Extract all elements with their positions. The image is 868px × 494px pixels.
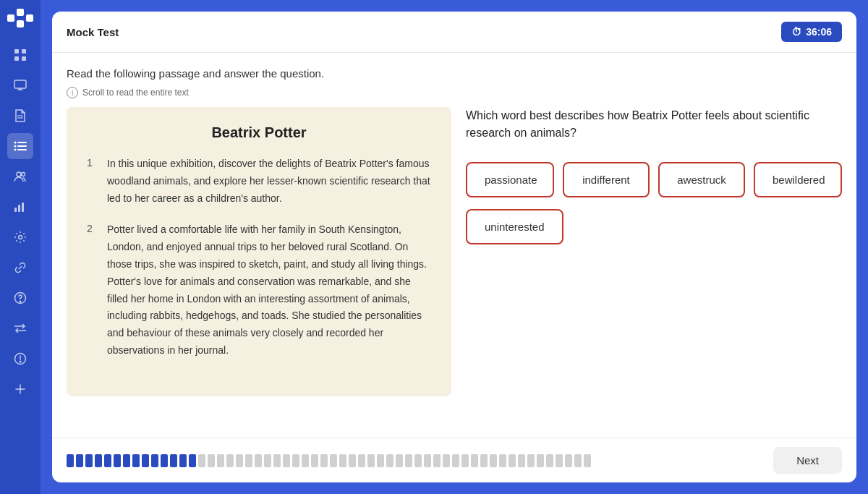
progress-segment — [311, 454, 318, 467]
document-icon[interactable] — [7, 103, 33, 129]
progress-bar — [67, 454, 591, 467]
info-icon: i — [67, 87, 78, 98]
progress-segment — [170, 454, 177, 467]
svg-rect-6 — [14, 56, 19, 61]
progress-segment — [490, 454, 497, 467]
passage-text-1: In this unique exhibition, discover the … — [107, 156, 431, 207]
svg-point-16 — [14, 142, 17, 144]
progress-segment — [537, 454, 544, 467]
list-icon[interactable] — [7, 133, 33, 159]
main-card: Mock Test ⏱ 36:06 Read the following pas… — [52, 12, 856, 482]
passage-column: Beatrix Potter 1 In this unique exhibiti… — [67, 107, 451, 423]
svg-point-18 — [14, 149, 17, 151]
progress-segment — [264, 454, 271, 467]
progress-segment — [292, 454, 299, 467]
answer-bewildered[interactable]: bewildered — [754, 162, 842, 197]
passage-paragraph-1: 1 In this unique exhibition, discover th… — [87, 156, 431, 207]
progress-segment — [273, 454, 281, 467]
chart-icon[interactable] — [7, 194, 33, 220]
progress-segment — [443, 454, 450, 467]
svg-point-25 — [19, 236, 22, 239]
progress-segment — [67, 454, 74, 467]
progress-segment — [245, 454, 252, 467]
progress-segment — [95, 454, 102, 467]
progress-segment — [320, 454, 328, 467]
progress-segment — [217, 454, 224, 467]
progress-segment — [283, 454, 290, 467]
transfer-icon[interactable] — [7, 315, 33, 341]
progress-segment — [480, 454, 488, 467]
passage-num-1: 1 — [87, 156, 98, 169]
progress-segment — [226, 454, 234, 467]
sidebar — [0, 0, 41, 494]
progress-segment — [377, 454, 384, 467]
svg-rect-5 — [22, 49, 26, 54]
svg-rect-8 — [14, 80, 26, 88]
progress-segment — [104, 454, 111, 467]
card-header: Mock Test ⏱ 36:06 — [52, 12, 856, 53]
progress-segment — [499, 454, 506, 467]
progress-segment — [405, 454, 412, 467]
progress-segment — [424, 454, 431, 467]
progress-segment — [123, 454, 130, 467]
progress-segment — [161, 454, 168, 467]
two-column-layout: Beatrix Potter 1 In this unique exhibiti… — [67, 107, 842, 423]
svg-rect-2 — [17, 20, 24, 27]
scroll-hint: i Scroll to read the entire text — [67, 87, 842, 98]
progress-segment — [114, 454, 121, 467]
svg-rect-21 — [14, 208, 17, 212]
grid-icon[interactable] — [7, 42, 33, 68]
svg-point-17 — [14, 145, 17, 148]
answer-options: passionate indifferent awestruck bewilde… — [466, 162, 842, 244]
progress-segment — [509, 454, 516, 467]
answer-indifferent[interactable]: indifferent — [563, 162, 650, 197]
progress-segment — [565, 454, 572, 467]
progress-segment — [142, 454, 149, 467]
progress-segment — [433, 454, 441, 467]
progress-segment — [584, 454, 591, 467]
progress-segment — [255, 454, 262, 467]
answer-passionate[interactable]: passionate — [466, 162, 554, 197]
svg-point-20 — [22, 173, 25, 176]
progress-segment — [396, 454, 403, 467]
progress-segment — [367, 454, 375, 467]
settings-icon[interactable] — [7, 224, 33, 250]
answer-uninterested[interactable]: uninterested — [466, 209, 563, 244]
timer-badge: ⏱ 36:06 — [781, 22, 842, 42]
progress-segment — [518, 454, 525, 467]
passage-num-2: 2 — [87, 221, 98, 234]
progress-segment — [85, 454, 93, 467]
scroll-hint-text: Scroll to read the entire text — [82, 88, 189, 98]
progress-segment — [76, 454, 83, 467]
timer-value: 36:06 — [806, 26, 832, 38]
progress-segment — [132, 454, 140, 467]
users-icon[interactable] — [7, 163, 33, 189]
svg-rect-1 — [17, 9, 24, 16]
progress-segment — [452, 454, 459, 467]
progress-segment — [574, 454, 582, 467]
svg-point-19 — [17, 172, 21, 176]
progress-segment — [471, 454, 478, 467]
progress-segment — [179, 454, 187, 467]
link-icon[interactable] — [7, 255, 33, 281]
progress-segment — [556, 454, 563, 467]
passage-title: Beatrix Potter — [87, 124, 431, 141]
question-text: Which word best describes how Beatrix Po… — [466, 107, 842, 142]
svg-point-27 — [20, 301, 21, 302]
card-footer: Next — [52, 438, 856, 482]
alert-icon[interactable] — [7, 346, 33, 372]
passage-paragraph-2: 2 Potter lived a comfortable life with h… — [87, 221, 431, 359]
svg-rect-4 — [14, 49, 19, 54]
progress-segment — [302, 454, 309, 467]
question-column: Which word best describes how Beatrix Po… — [466, 107, 842, 423]
main-content: Mock Test ⏱ 36:06 Read the following pas… — [41, 0, 868, 494]
plus-icon[interactable] — [7, 376, 33, 402]
svg-rect-3 — [26, 14, 33, 22]
progress-segment — [349, 454, 356, 467]
help-icon[interactable] — [7, 285, 33, 311]
progress-segment — [358, 454, 365, 467]
next-button[interactable]: Next — [773, 447, 842, 474]
answer-awestruck[interactable]: awestruck — [658, 162, 745, 197]
monitor-icon[interactable] — [7, 72, 33, 98]
progress-segment — [527, 454, 535, 467]
